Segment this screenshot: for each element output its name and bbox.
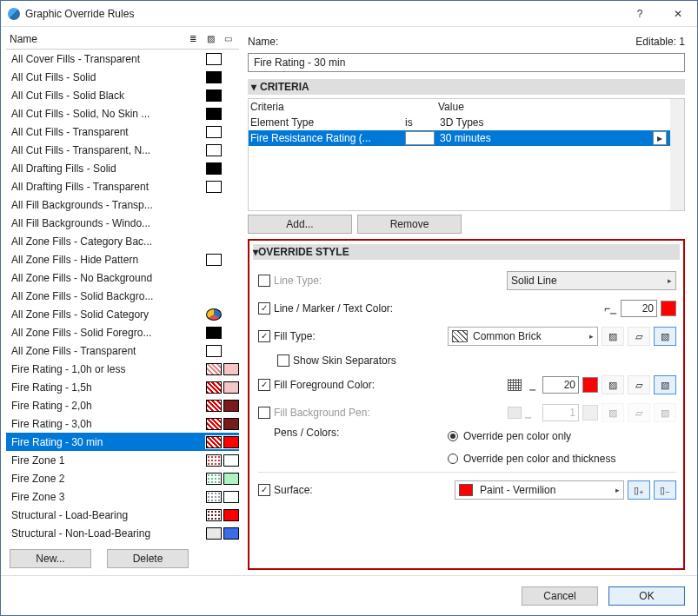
criteria-scrollbar[interactable] [670, 99, 684, 210]
new-button[interactable]: New... [10, 549, 91, 568]
pens-colors-label: Pens / Colors: [274, 427, 448, 439]
delete-button[interactable]: Delete [107, 549, 189, 568]
fg-cat-cut-icon[interactable]: ▧ [654, 375, 676, 394]
surface-uncut-icon[interactable]: ▯₊ [628, 480, 650, 500]
fill-bg-checkbox[interactable] [258, 407, 270, 419]
cancel-button[interactable]: Cancel [522, 586, 598, 606]
fg-cat-cover-icon[interactable]: ▱ [628, 375, 650, 394]
close-button[interactable]: ✕ [659, 1, 697, 27]
radio-color-only[interactable]: Override pen color only [448, 427, 571, 446]
surface-checkbox[interactable]: ✓ [258, 484, 270, 496]
fill-bg-pen-input: 1 [542, 404, 579, 421]
rule-name: All Cut Fills - Transparent, N... [11, 144, 204, 156]
criteria-row[interactable]: Element Typeis3D Types [249, 115, 684, 130]
skin-separators-checkbox[interactable] [277, 354, 289, 367]
fill-fg-pen-input[interactable]: 20 [542, 376, 579, 394]
line-color-checkbox[interactable]: ✓ [258, 302, 270, 315]
surface-swatch-icon [223, 509, 239, 521]
rule-name: All Cut Fills - Solid Black [11, 89, 204, 102]
fill-cat-draft-icon[interactable]: ▨ [602, 327, 624, 346]
rule-row[interactable]: Fire Zone 2 [6, 469, 239, 487]
rule-row[interactable]: Structural - Non-Load-Bearing [6, 524, 239, 540]
rule-row[interactable]: All Drafting Fills - Transparent [6, 177, 239, 195]
rule-row[interactable]: All Cut Fills - Solid [6, 68, 239, 86]
fill-fg-checkbox[interactable]: ✓ [258, 379, 270, 391]
rule-row[interactable]: All Fill Backgrounds - Windo... [6, 214, 239, 232]
rules-list-container: All Cover Fills - TransparentAll Cut Fil… [6, 50, 239, 540]
rule-name: Fire Zone 1 [11, 454, 204, 467]
rule-name: All Zone Fills - Hide Pattern [11, 254, 204, 266]
titlebar: Graphic Override Rules ? ✕ [1, 1, 697, 27]
pen-icon: ⎯ [525, 378, 539, 392]
line-pen-input[interactable]: 20 [621, 300, 657, 317]
line-type-label: Line Type: [274, 275, 448, 287]
rule-row[interactable]: All Cut Fills - Transparent, N... [6, 141, 239, 159]
rules-panel: Name ≣ ▨ ▭ All Cover Fills - Transparent… [6, 32, 239, 570]
rule-row[interactable]: Fire Rating - 1,0h or less [6, 360, 239, 378]
rule-name-input[interactable] [248, 53, 685, 72]
fill-cat-cut-icon[interactable]: ▧ [654, 327, 676, 346]
rule-row[interactable]: All Drafting Fills - Solid [6, 159, 239, 177]
operator-select[interactable]: is▸ [405, 131, 435, 145]
help-button[interactable]: ? [621, 1, 659, 27]
rule-row[interactable]: All Cut Fills - Transparent [6, 123, 239, 141]
fill-swatch-icon [206, 363, 222, 375]
override-header[interactable]: ▾ OVERRIDE STYLE [253, 244, 680, 260]
fill-cat-cover-icon[interactable]: ▱ [628, 327, 650, 346]
ok-button[interactable]: OK [608, 586, 685, 606]
fill-fg-swatch[interactable] [582, 377, 598, 393]
line-color-label: Line / Marker / Text Color: [274, 302, 448, 315]
rule-row[interactable]: Fire Rating - 1,5h [6, 378, 239, 396]
add-criteria-button[interactable]: Add... [248, 215, 352, 234]
fill-type-checkbox[interactable]: ✓ [258, 330, 270, 342]
rule-name: Fire Rating - 2,0h [11, 400, 204, 412]
rule-row[interactable]: Fire Rating - 3,0h [6, 414, 239, 433]
criteria-columns: Criteria Value [249, 99, 684, 115]
rule-row[interactable]: All Zone Fills - Solid Category [6, 305, 239, 323]
name-row: Name: Editable: 1 [248, 36, 685, 48]
rule-row[interactable]: Fire Rating - 2,0h [6, 396, 239, 414]
rule-row[interactable]: All Zone Fills - Hide Pattern [6, 250, 239, 268]
rules-list[interactable]: All Cover Fills - TransparentAll Cut Fil… [6, 50, 239, 540]
rule-row[interactable]: Structural - Load-Bearing [6, 506, 239, 524]
fill-swatch-icon [206, 108, 222, 120]
radio-color-only-label: Override pen color only [463, 430, 571, 442]
remove-criteria-button[interactable]: Remove [357, 215, 462, 234]
rule-row[interactable]: All Zone Fills - Transparent [6, 341, 239, 360]
rule-row[interactable]: All Zone Fills - Solid Backgro... [6, 287, 239, 305]
rules-header: Name ≣ ▨ ▭ [6, 32, 239, 50]
surface-cut-icon[interactable]: ▯₋ [654, 480, 676, 500]
criteria-name: Fire Resistance Rating (... [249, 132, 405, 144]
rule-row[interactable]: All Cut Fills - Solid Black [6, 86, 239, 104]
value-picker-button[interactable]: ▸ [653, 131, 667, 145]
rule-row[interactable]: All Zone Fills - No Background [6, 268, 239, 287]
fg-cat-draft-icon[interactable]: ▨ [602, 375, 624, 394]
criteria-row[interactable]: Fire Resistance Rating (...is▸30 minutes… [249, 130, 684, 146]
line-type-combo[interactable]: Solid Line ▸ [507, 271, 676, 290]
surface-swatch-icon [223, 400, 239, 412]
rule-row[interactable]: Fire Rating - 30 min [6, 433, 239, 451]
hatch-icon [508, 379, 522, 391]
rule-row[interactable]: All Cover Fills - Transparent [6, 50, 239, 68]
rule-row[interactable]: All Fill Backgrounds - Transp... [6, 195, 239, 214]
fill-swatch-icon [206, 454, 222, 467]
rule-row[interactable]: All Cut Fills - Solid, No Skin ... [6, 104, 239, 123]
surface-row: ✓ Surface: Paint - Vermilion ▸ ▯₊ ▯₋ [258, 476, 676, 504]
criteria-header[interactable]: ▾ CRITERIA [248, 79, 685, 95]
fill-swatch-icon [206, 491, 222, 503]
fill-swatch-icon [206, 254, 222, 266]
fill-type-combo[interactable]: Common Brick ▸ [448, 327, 598, 346]
surface-label: Surface: [274, 484, 448, 496]
rule-row[interactable]: All Zone Fills - Solid Foregro... [6, 323, 239, 341]
rule-name: Fire Zone 2 [11, 473, 204, 485]
line-type-checkbox[interactable] [258, 275, 270, 287]
rule-row[interactable]: All Zone Fills - Category Bac... [6, 232, 239, 250]
fill-swatch-icon [206, 89, 222, 102]
surface-combo[interactable]: Paint - Vermilion ▸ [455, 480, 624, 500]
rule-row[interactable]: Fire Zone 1 [6, 451, 239, 469]
radio-color-thickness[interactable]: Override pen color and thickness [448, 449, 615, 468]
rule-name: All Zone Fills - Solid Backgro... [11, 290, 204, 302]
rule-row[interactable]: Fire Zone 3 [6, 487, 239, 506]
pens-colors-row: Pens / Colors: Override pen color only O… [258, 427, 676, 468]
line-color-swatch[interactable] [661, 301, 676, 316]
